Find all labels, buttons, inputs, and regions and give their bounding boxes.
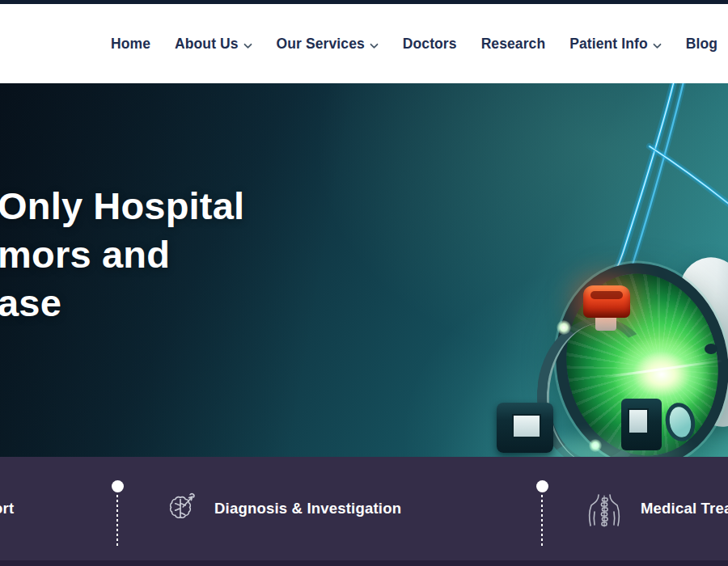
nav-item-about-us[interactable]: About Us — [175, 34, 252, 53]
service-label: Diagnosis & Investigation — [214, 500, 401, 517]
service-item-support[interactable]: ort — [0, 457, 26, 566]
hero-heading: OnlyHospital mors and ase — [0, 182, 244, 327]
service-item-diagnosis[interactable]: Diagnosis & Investigation — [162, 457, 404, 566]
nav-label: About Us — [175, 36, 239, 53]
separator-dotted-line — [116, 495, 118, 547]
services-carousel-bar: ort Diagnosis & Investigation — [0, 457, 728, 566]
spine-icon — [586, 491, 623, 533]
services-bar-bottom-strip — [0, 560, 728, 566]
service-label: ort — [0, 500, 14, 517]
separator-dotted-line — [541, 495, 543, 547]
hero-banner: OnlyHospital mors and ase — [0, 83, 728, 457]
separator-dot — [536, 480, 548, 492]
separator-dot — [112, 480, 124, 492]
machine-motor-face — [628, 408, 649, 434]
machine-red-cap — [583, 285, 630, 318]
hero-heading-line3: ase — [0, 281, 61, 324]
nav-label: Home — [111, 36, 150, 53]
nav-label: Doctors — [403, 36, 457, 53]
brain-pencil-icon — [163, 491, 197, 528]
nav-item-patient-info[interactable]: Patient Info — [569, 34, 661, 53]
chevron-down-icon — [243, 36, 252, 53]
hero-heading-rest: Hospital — [93, 184, 244, 227]
nav-item-doctors[interactable]: Doctors — [403, 36, 457, 53]
service-item-treatment[interactable]: Medical Treatment — [586, 457, 728, 566]
hero-heading-line1: OnlyHospital — [0, 184, 244, 227]
nav-label: Research — [481, 36, 546, 53]
service-label: Medical Treatment — [641, 500, 728, 517]
machine-knob — [705, 344, 717, 354]
nav-item-blog[interactable]: Blog — [686, 36, 717, 53]
nav-item-research[interactable]: Research — [481, 36, 546, 53]
chevron-down-icon — [653, 36, 662, 53]
nav-item-our-services[interactable]: Our Services — [277, 34, 379, 53]
nav-item-home[interactable]: Home — [111, 36, 150, 53]
machine-light-dot — [557, 320, 571, 335]
chevron-down-icon — [370, 36, 379, 53]
hero-heading-emphasis: Only — [0, 184, 83, 227]
main-navigation: Home About Us Our Services Doctors Resea… — [0, 4, 728, 83]
nav-label: Our Services — [277, 36, 365, 53]
nav-label: Blog — [686, 36, 717, 53]
nav-label: Patient Info — [569, 36, 647, 53]
hero-heading-line2: mors and — [0, 233, 170, 276]
machine-motor-face — [512, 414, 541, 438]
